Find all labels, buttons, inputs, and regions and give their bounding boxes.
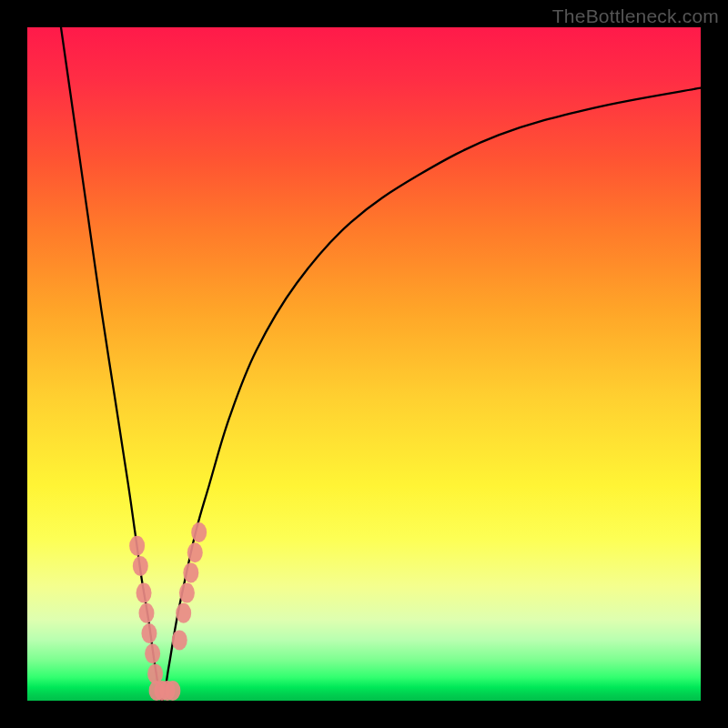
- data-marker: [191, 522, 207, 542]
- plot-area: [27, 27, 701, 701]
- data-marker: [176, 603, 191, 623]
- bottleneck-curve: [61, 27, 701, 701]
- watermark-text: TheBottleneck.com: [552, 5, 719, 27]
- data-marker: [136, 583, 152, 603]
- data-marker: [145, 643, 160, 663]
- chart-svg: [27, 27, 701, 701]
- chart-frame: TheBottleneck.com: [0, 0, 728, 728]
- data-marker: [179, 583, 195, 603]
- data-marker: [138, 603, 154, 623]
- data-marker: [141, 623, 157, 643]
- data-marker: [183, 562, 198, 582]
- data-marker: [129, 536, 145, 556]
- curve-lines: [61, 27, 701, 701]
- data-marker: [187, 542, 203, 562]
- data-marker: [172, 630, 187, 650]
- data-marker: [165, 681, 180, 701]
- data-marker: [133, 556, 148, 576]
